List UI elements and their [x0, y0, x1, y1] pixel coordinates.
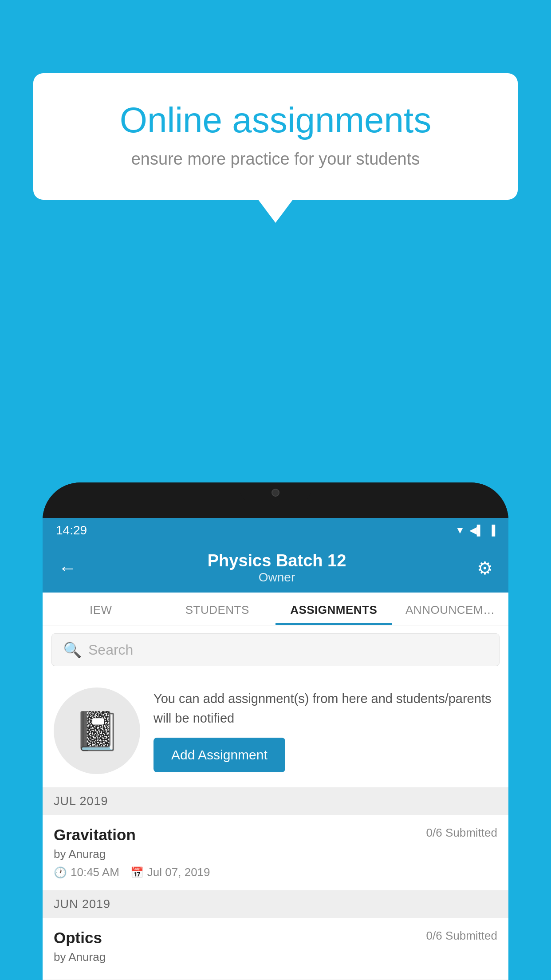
promo-text-block: You can add assignment(s) from here and … [153, 689, 497, 772]
add-assignment-button[interactable]: Add Assignment [153, 738, 285, 772]
notebook-icon: 📓 [74, 709, 121, 753]
phone-top-bar [43, 482, 508, 518]
speech-bubble-container: Online assignments ensure more practice … [33, 73, 518, 200]
assignment-header: Gravitation 0/6 Submitted [54, 826, 497, 844]
month-label-jun: JUN 2019 [54, 897, 110, 911]
assignment-title-gravitation: Gravitation [54, 826, 136, 844]
speech-bubble: Online assignments ensure more practice … [33, 73, 518, 200]
search-placeholder: Search [88, 642, 133, 658]
tab-students[interactable]: STUDENTS [159, 593, 276, 625]
tab-announcements[interactable]: ANNOUNCEM… [392, 593, 509, 625]
signal-icon: ◀▌ [469, 525, 484, 536]
tab-iew[interactable]: IEW [43, 593, 159, 625]
battery-icon: ▐ [488, 525, 495, 536]
assignment-title-optics: Optics [54, 929, 102, 947]
settings-icon[interactable]: ⚙ [477, 558, 493, 578]
phone-frame: 14:29 ▼ ◀▌ ▐ ← Physics Batch 12 Owner ⚙ … [43, 482, 508, 980]
search-bar-wrapper: 🔍 Search [43, 625, 508, 674]
front-camera [272, 489, 279, 497]
header-title-block: Physics Batch 12 Owner [208, 551, 346, 585]
month-label-jul: JUL 2019 [54, 794, 108, 808]
status-time: 14:29 [56, 523, 87, 537]
wifi-icon: ▼ [455, 525, 465, 536]
assignment-date-gravitation: 📅 Jul 07, 2019 [130, 865, 210, 879]
calendar-icon: 📅 [130, 866, 144, 879]
promo-description: You can add assignment(s) from here and … [153, 689, 497, 728]
header-subtitle: Owner [208, 570, 346, 585]
promo-block: 📓 You can add assignment(s) from here an… [43, 674, 508, 788]
speech-bubble-subtitle: ensure more practice for your students [64, 150, 487, 169]
month-section-jun: JUN 2019 [43, 891, 508, 918]
assignment-item-optics[interactable]: Optics 0/6 Submitted by Anurag [43, 918, 508, 980]
assignment-time-text: 10:45 AM [71, 865, 119, 879]
status-bar: 14:29 ▼ ◀▌ ▐ [43, 518, 508, 542]
assignment-time-gravitation: 🕐 10:45 AM [54, 865, 119, 879]
assignment-submitted-gravitation: 0/6 Submitted [426, 826, 497, 840]
app-header: ← Physics Batch 12 Owner ⚙ [43, 542, 508, 593]
back-button[interactable]: ← [58, 557, 77, 579]
phone-screen: 14:29 ▼ ◀▌ ▐ ← Physics Batch 12 Owner ⚙ … [43, 518, 508, 980]
status-icons: ▼ ◀▌ ▐ [455, 525, 495, 536]
assignment-submitted-optics: 0/6 Submitted [426, 929, 497, 943]
clock-icon: 🕐 [54, 866, 67, 879]
search-icon: 🔍 [63, 641, 82, 659]
phone-notch [240, 482, 311, 502]
app-content: 🔍 Search 📓 You can add assignment(s) fro… [43, 625, 508, 980]
tab-assignments[interactable]: ASSIGNMENTS [276, 593, 392, 625]
assignment-header-optics: Optics 0/6 Submitted [54, 929, 497, 947]
month-section-jul: JUL 2019 [43, 788, 508, 815]
assignment-meta-gravitation: 🕐 10:45 AM 📅 Jul 07, 2019 [54, 865, 497, 879]
tabs-bar: IEW STUDENTS ASSIGNMENTS ANNOUNCEM… [43, 593, 508, 625]
speech-bubble-title: Online assignments [64, 100, 487, 141]
assignment-date-text: Jul 07, 2019 [147, 865, 210, 879]
search-bar[interactable]: 🔍 Search [51, 633, 500, 666]
assignment-author-optics: by Anurag [54, 950, 497, 964]
assignment-author-gravitation: by Anurag [54, 847, 497, 861]
assignment-item-gravitation[interactable]: Gravitation 0/6 Submitted by Anurag 🕐 10… [43, 815, 508, 891]
header-title: Physics Batch 12 [208, 551, 346, 570]
promo-icon-circle: 📓 [54, 688, 140, 774]
